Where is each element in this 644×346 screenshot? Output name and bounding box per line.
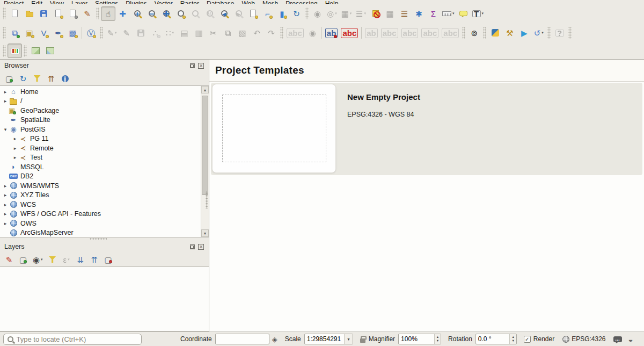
plugin-hammer-button[interactable]: ⚒ bbox=[502, 26, 517, 40]
tree-item-wfs-ogc-api-features[interactable]: ▸WFS / OGC API - Features bbox=[0, 210, 201, 219]
map-tips-button[interactable] bbox=[456, 6, 471, 21]
dropdown-arrow-icon[interactable]: ▾ bbox=[482, 11, 484, 16]
expand-arrow-icon[interactable]: ▸ bbox=[2, 89, 9, 95]
new-project-button[interactable] bbox=[8, 6, 22, 21]
layers-expand-all-button[interactable]: ⇊ bbox=[75, 254, 86, 265]
rotation-input[interactable] bbox=[476, 335, 510, 343]
browser-properties-button[interactable]: i bbox=[59, 73, 71, 84]
zoom-next-button[interactable]: ▸ bbox=[231, 6, 246, 21]
locator-input[interactable] bbox=[17, 335, 137, 343]
scroll-down-arrow[interactable]: ▼ bbox=[201, 229, 209, 237]
dropdown-arrow-icon[interactable]: ▾ bbox=[541, 31, 544, 35]
menu-project[interactable]: Project bbox=[0, 0, 27, 4]
python-console-button[interactable] bbox=[488, 26, 502, 40]
open-project-button[interactable] bbox=[22, 6, 36, 21]
rotate-label-button[interactable]: abc bbox=[420, 26, 440, 40]
text-annotation-button[interactable]: T▾ bbox=[471, 6, 486, 21]
extents-icon[interactable]: ◈ bbox=[272, 335, 277, 343]
menu-mesh[interactable]: Mesh bbox=[259, 0, 282, 4]
layers-manage-themes-button[interactable]: ◉▾ bbox=[31, 254, 45, 265]
magnifier-spin-arrows[interactable]: ▲▼ bbox=[434, 334, 441, 344]
new-geopackage-layer-button[interactable]: ▣ bbox=[22, 26, 36, 40]
undo-button[interactable]: ↶ bbox=[250, 26, 264, 40]
dropdown-arrow-icon[interactable]: ▾ bbox=[364, 11, 366, 16]
save-layer-edits-button[interactable] bbox=[134, 26, 148, 40]
tree-item-[interactable]: ▸/ bbox=[0, 97, 201, 106]
tree-item-db2[interactable]: DB2DB2 bbox=[0, 172, 201, 182]
layers-list-empty[interactable] bbox=[0, 266, 209, 331]
dropdown-arrow-icon[interactable]: ▾ bbox=[41, 257, 43, 262]
scale-combo[interactable]: ▼ bbox=[304, 334, 353, 344]
browser-float-button[interactable] bbox=[189, 62, 196, 69]
tree-item-remote[interactable]: ▸≺Remote bbox=[0, 143, 201, 153]
new-map-view-button[interactable] bbox=[246, 6, 260, 21]
expand-arrow-icon[interactable]: ▸ bbox=[2, 98, 9, 104]
template-card-new-empty-project[interactable]: New Empty Project EPSG:4326 - WGS 84 bbox=[211, 83, 642, 175]
browser-refresh-button[interactable]: ↻ bbox=[17, 73, 29, 84]
new-print-layout-button[interactable] bbox=[51, 6, 65, 21]
scale-input[interactable] bbox=[305, 335, 344, 343]
menu-database[interactable]: Database bbox=[203, 0, 238, 4]
magnifier-input[interactable] bbox=[399, 335, 434, 343]
crs-globe-icon[interactable] bbox=[562, 336, 569, 343]
expand-arrow-icon[interactable]: ▸ bbox=[2, 221, 9, 226]
new-spatialite-layer-button[interactable]: ✒ bbox=[51, 26, 65, 40]
expand-arrow-icon[interactable]: ▸ bbox=[12, 146, 18, 151]
pan-to-selection-button[interactable]: ✚ bbox=[115, 6, 130, 21]
coordinate-field[interactable] bbox=[215, 334, 269, 344]
expand-arrow-icon[interactable]: ▸ bbox=[2, 211, 9, 217]
toolbar-drag-handle[interactable] bbox=[483, 27, 486, 39]
context-help-button[interactable]: ? bbox=[552, 26, 567, 40]
collapse-arrow-icon[interactable]: ▾ bbox=[2, 127, 9, 132]
tree-item-postgis[interactable]: ▾◉PostGIS bbox=[0, 125, 201, 134]
browser-filter-button[interactable] bbox=[31, 73, 43, 84]
zoom-to-selection-button[interactable] bbox=[188, 6, 202, 21]
zoom-full-button[interactable]: ✚ bbox=[159, 6, 173, 21]
rotation-spin-arrows[interactable]: ▲▼ bbox=[509, 334, 516, 344]
expand-arrow-icon[interactable]: ▸ bbox=[12, 136, 18, 141]
cut-features-button[interactable]: ✂ bbox=[206, 26, 221, 40]
field-calculator-button[interactable]: ☰ bbox=[397, 6, 412, 21]
pin-labels-button[interactable]: ab bbox=[324, 26, 340, 40]
show-hide-labels-button[interactable]: abc bbox=[379, 26, 400, 40]
statistical-summary-button[interactable]: Σ bbox=[426, 6, 441, 21]
change-label-button[interactable]: abc bbox=[440, 26, 460, 40]
toggle-editing-button[interactable]: ✎ bbox=[119, 26, 134, 40]
delete-selected-button[interactable]: ▥ bbox=[192, 26, 206, 40]
menu-raster[interactable]: Raster bbox=[177, 0, 203, 4]
toolbar-drag-handle[interactable] bbox=[96, 8, 99, 19]
toolbar-drag-handle[interactable] bbox=[280, 27, 283, 39]
label-visibility-button[interactable]: abc bbox=[400, 26, 420, 40]
magnifier-spinbox[interactable]: ▲▼ bbox=[398, 334, 441, 344]
copy-features-button[interactable]: ⧉ bbox=[221, 26, 235, 40]
modify-attributes-button[interactable]: ▤ bbox=[177, 26, 192, 40]
tree-item-arcgismapserver[interactable]: ArcGisMapServer bbox=[0, 228, 201, 237]
select-features-button[interactable]: ▦▾ bbox=[339, 6, 354, 21]
toolbar-drag-handle[interactable] bbox=[568, 27, 572, 39]
layers-style-manager-button[interactable]: ✎ bbox=[3, 254, 15, 265]
dropdown-arrow-icon[interactable]: ▾ bbox=[452, 11, 455, 16]
layer-diagram-button[interactable]: ◉ bbox=[305, 26, 320, 40]
dropdown-arrow-icon[interactable]: ▾ bbox=[172, 31, 174, 35]
plugin-map-tool-1-button[interactable] bbox=[28, 44, 43, 58]
show-bookmarks-button[interactable]: ▮ bbox=[275, 6, 289, 21]
menu-view[interactable]: View bbox=[46, 0, 68, 4]
layers-collapse-all-button[interactable]: ⇈ bbox=[89, 254, 100, 265]
layers-float-button[interactable] bbox=[189, 243, 196, 250]
locator-search[interactable] bbox=[3, 334, 142, 345]
browser-scrollbar[interactable]: ▲ ▼ bbox=[201, 86, 209, 237]
menu-processing[interactable]: Processing bbox=[282, 0, 321, 4]
paste-features-button[interactable]: ▧ bbox=[235, 26, 250, 40]
layers-filter-expression-button[interactable]: ε▾ bbox=[61, 254, 72, 265]
toolbar-drag-handle[interactable] bbox=[24, 45, 27, 57]
new-bookmark-button[interactable]: ⌐ bbox=[260, 6, 275, 21]
dock-resize-handle[interactable] bbox=[206, 191, 208, 208]
tree-item-ows[interactable]: ▸OWS bbox=[0, 219, 201, 228]
status-indicator-icon[interactable]: ◒ bbox=[628, 335, 633, 344]
save-project-button[interactable] bbox=[36, 6, 51, 21]
scroll-track[interactable] bbox=[201, 93, 209, 229]
expand-arrow-icon[interactable]: ▸ bbox=[2, 183, 9, 189]
toolbar-drag-handle[interactable] bbox=[3, 27, 6, 39]
tree-item-home[interactable]: ▸⌂Home bbox=[0, 87, 201, 97]
tree-item-mssql[interactable]: ◗MSSQL bbox=[0, 162, 201, 172]
